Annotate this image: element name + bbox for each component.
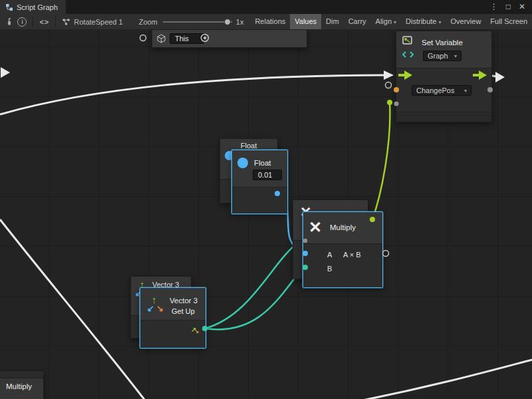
chevron-down-icon: ▾: [454, 53, 457, 59]
node-body: [232, 187, 287, 213]
this-input-port[interactable]: [140, 35, 146, 41]
multiply-node[interactable]: ✕ Multiply A A × B B: [303, 211, 383, 288]
window-controls: ⋮ □ ✕: [490, 0, 532, 14]
scope-label: Graph: [428, 52, 448, 60]
this-field[interactable]: This: [170, 33, 204, 44]
this-label: This: [175, 35, 189, 43]
distribute-label: Distribute: [406, 17, 436, 25]
vector3-icon: ↑ ↙ ↘: [147, 296, 166, 317]
node-body: ChangePos ▾: [396, 68, 491, 112]
maximize-icon[interactable]: □: [506, 0, 511, 14]
multiply-output-port[interactable]: [383, 251, 389, 257]
axis-left-icon: ↙: [147, 303, 154, 313]
float-value: 0.01: [258, 171, 272, 179]
graph-breadcrumb[interactable]: RotateSpeed 1: [62, 18, 122, 26]
chevron-down-icon: ▾: [464, 88, 467, 94]
scope-dropdown[interactable]: Graph ▾: [423, 51, 462, 61]
node-footer: [396, 112, 491, 122]
variable-dropdown[interactable]: ChangePos ▾: [412, 85, 471, 96]
script-graph-window: Script Graph ⋮ □ ✕ i <> RotateSpeed 1: [0, 0, 532, 399]
graph-asset-icon: [62, 18, 70, 26]
align-button[interactable]: Align▾: [371, 14, 401, 29]
wire-arrow-right-edge: [495, 72, 505, 82]
zoom-value: 1x: [236, 18, 244, 26]
set-variable-icon: [401, 36, 416, 60]
fullscreen-button[interactable]: Full Screen: [485, 14, 532, 29]
wire-vector3-to-multiply-back[interactable]: [205, 241, 301, 329]
node-title: Set Variable: [422, 39, 463, 47]
node-title: Multiply: [6, 382, 32, 390]
node-header-strip: [0, 371, 43, 378]
float-value-field[interactable]: 0.01: [253, 170, 282, 180]
zoom-handle[interactable]: [224, 19, 231, 25]
script-graph-icon: [5, 3, 13, 11]
zoom-slider[interactable]: [163, 18, 232, 26]
info-icon[interactable]: i: [17, 17, 27, 27]
cube-icon: [157, 34, 166, 43]
chevron-down-icon: ▾: [439, 19, 442, 25]
graph-name: RotateSpeed 1: [74, 18, 122, 26]
code-view-icon[interactable]: <>: [39, 18, 49, 26]
port-label-b: B: [327, 265, 332, 273]
lime-wire-endpoint[interactable]: [387, 100, 392, 105]
node-title: Multiply: [330, 223, 356, 231]
node-body: ↗ ↘: [140, 320, 205, 348]
wire-flow-in[interactable]: [0, 75, 384, 114]
wire-arrowhead-setvariable: [384, 70, 394, 80]
menu-icon[interactable]: ⋮: [490, 0, 498, 14]
wire-multiply-to-setvariable[interactable]: [372, 102, 390, 219]
tab-script-graph[interactable]: Script Graph: [0, 0, 66, 14]
graph-toolbar: i <> RotateSpeed 1 Zoom 1x Relations Val…: [0, 14, 532, 30]
vector-output-icon: ↘: [194, 328, 200, 334]
wire-bottom-arc[interactable]: [362, 360, 532, 399]
tab-label: Script Graph: [17, 3, 58, 11]
align-label: Align: [376, 17, 392, 25]
divider: [33, 17, 33, 27]
vector3-get-up-node[interactable]: ↑ ↙ ↘ Vector 3 Get Up ↗ ↘: [140, 287, 206, 348]
set-variable-node[interactable]: Set Variable Graph ▾ ChangePos ▾: [396, 31, 492, 122]
axis-right-icon: ↘: [156, 303, 164, 313]
node-body: A A × B B: [303, 243, 382, 287]
multiply-node-corner[interactable]: Multiply: [0, 370, 44, 399]
node-title: Vector 3: [170, 297, 198, 305]
variable-name: ChangePos: [416, 86, 455, 94]
distribute-button[interactable]: Distribute▾: [401, 14, 446, 29]
relations-button[interactable]: Relations: [250, 14, 290, 29]
graph-canvas[interactable]: This Float Float 0.01 Vector 3: [0, 29, 532, 399]
float-icon: [237, 157, 249, 169]
zoom-label: Zoom: [139, 18, 158, 26]
chevron-down-icon: ▾: [394, 19, 396, 25]
node-operation: Get Up: [172, 307, 195, 315]
divider: [55, 17, 56, 27]
wire-arrow-left-edge: [1, 67, 10, 78]
overview-button[interactable]: Overview: [446, 14, 486, 29]
node-title: Float: [254, 159, 271, 167]
close-icon[interactable]: ✕: [519, 0, 525, 14]
wire-vector3-to-multiply-b[interactable]: [205, 267, 303, 329]
zoom-track: [163, 21, 232, 23]
lock-icon[interactable]: [7, 17, 11, 26]
float-node[interactable]: Float 0.01: [231, 150, 288, 214]
dim-button[interactable]: Dim: [321, 14, 344, 29]
this-node[interactable]: This: [152, 29, 307, 48]
port-label-out: A × B: [343, 251, 361, 259]
node-title: Float: [220, 142, 277, 150]
values-button[interactable]: Values: [290, 14, 321, 29]
carry-button[interactable]: Carry: [344, 14, 371, 29]
multiply-icon: ✕: [309, 218, 322, 237]
port-label-a: A: [327, 251, 332, 259]
setvar-unconnected-port[interactable]: [386, 82, 392, 88]
title-bar: Script Graph ⋮ □ ✕: [0, 0, 532, 14]
